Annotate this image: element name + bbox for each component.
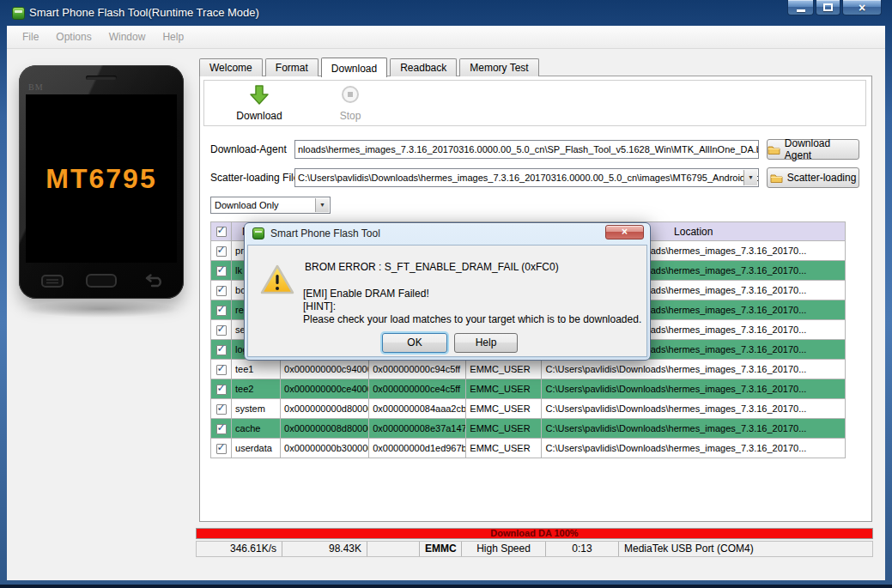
row-checkbox[interactable]: ✓: [216, 286, 227, 296]
window-bottom-edge: [0, 585, 892, 588]
scatter-file-combobox[interactable]: C:\Users\pavlidis\Downloads\hermes_image…: [294, 168, 759, 187]
phone-image: BM MT6795: [19, 65, 184, 299]
error-hint-label: [HINT]:: [303, 300, 336, 312]
chipset-label: MT6795: [46, 163, 156, 195]
status-bar: 346.61K/s 98.43K EMMC High Speed 0:13 Me…: [196, 541, 873, 557]
phone-menu-icon: [41, 275, 64, 288]
error-code-text: BROM ERROR : S_FT_ENABLE_DRAM_FAIL (0xFC…: [305, 261, 559, 273]
row-checkbox[interactable]: ✓: [216, 365, 227, 375]
window-controls: ×: [787, 0, 882, 15]
status-blank: [367, 542, 420, 556]
row-checkbox[interactable]: ✓: [216, 424, 227, 434]
app-icon: [252, 227, 264, 239]
window-title: Smart Phone Flash Tool(Runtime Trace Mod…: [29, 6, 259, 19]
row-checkbox[interactable]: ✓: [216, 325, 227, 336]
scatter-file-label: Scatter-loading File: [210, 168, 299, 187]
row-checkbox[interactable]: ✓: [216, 345, 227, 355]
mode-dropdown-icon[interactable]: ▼: [315, 198, 329, 212]
minimize-button[interactable]: [787, 0, 814, 15]
folder-icon: [768, 144, 780, 155]
table-row[interactable]: ✓ tee10x000000000c9400000x000000000c94c5…: [211, 360, 846, 379]
status-elapsed-time: 0:13: [546, 542, 619, 556]
scatter-loading-button[interactable]: Scatter-loading: [767, 167, 859, 188]
phone-screen: MT6795: [26, 94, 177, 263]
row-checkbox[interactable]: ✓: [216, 385, 227, 395]
phone-nav-buttons: [19, 271, 184, 290]
stop-icon: [316, 85, 385, 106]
download-mode-combobox[interactable]: Download Only ▼: [210, 197, 331, 214]
error-dialog-close-button[interactable]: ×: [605, 225, 644, 239]
tab-bar: Welcome Format Download Readback Memory …: [199, 58, 542, 76]
phone-home-icon: [86, 274, 117, 288]
error-dialog-titlebar[interactable]: Smart Phone Flash Tool ×: [245, 223, 650, 245]
row-checkbox[interactable]: ✓: [216, 246, 227, 257]
row-checkbox[interactable]: ✓: [216, 404, 227, 415]
status-bytes: 98.43K: [282, 542, 367, 556]
menu-window[interactable]: Window: [100, 27, 155, 46]
download-agent-field[interactable]: nloads\hermes_images_7.3.16_20170316.000…: [294, 140, 759, 159]
stop-action-label: Stop: [340, 110, 361, 122]
select-all-checkbox[interactable]: ✓: [216, 227, 227, 237]
status-port: MediaTek USB Port (COM4): [619, 542, 872, 556]
client-area: File Options Window Help BM MT6795 Welco…: [7, 26, 885, 580]
download-arrow-icon: [225, 85, 294, 106]
minimize-icon: [797, 9, 805, 12]
app-icon: [12, 7, 25, 20]
close-button[interactable]: ×: [842, 0, 882, 15]
row-checkbox[interactable]: ✓: [216, 266, 227, 276]
table-row[interactable]: ✓ tee20x000000000ce400000x000000000ce4c5…: [211, 379, 846, 399]
status-storage-type: EMMC: [420, 542, 462, 556]
title-bar[interactable]: Smart Phone Flash Tool(Runtime Trace Mod…: [0, 0, 892, 26]
close-icon: ×: [859, 1, 865, 15]
tab-format[interactable]: Format: [265, 58, 319, 76]
download-action-label: Download: [236, 110, 282, 122]
folder-icon: [770, 173, 783, 183]
status-speed: 346.61K/s: [197, 542, 282, 556]
error-dialog-body: BROM ERROR : S_FT_ENABLE_DRAM_FAIL (0xFC…: [247, 245, 647, 357]
maximize-button[interactable]: [816, 0, 840, 15]
stop-action-button[interactable]: Stop: [316, 85, 385, 123]
tab-memory-test[interactable]: Memory Test: [459, 58, 538, 76]
download-agent-label: Download-Agent: [210, 140, 287, 159]
app-window: Smart Phone Flash Tool(Runtime Trace Mod…: [0, 0, 892, 588]
warning-icon: [260, 264, 294, 299]
phone-shadow: [22, 300, 180, 318]
table-row[interactable]: ✓ userdata0x00000000b30000000x00000000d1…: [211, 439, 846, 458]
tab-download[interactable]: Download: [321, 58, 387, 77]
phone-speaker: [86, 76, 117, 80]
error-detail-line: [EMI] Enable DRAM Failed!: [303, 288, 429, 300]
error-dialog: Smart Phone Flash Tool × BROM ERROR : S_…: [244, 222, 651, 361]
progress-bar: Download DA 100%: [196, 528, 873, 539]
error-dialog-title: Smart Phone Flash Tool: [270, 227, 380, 239]
close-icon: ×: [622, 226, 628, 238]
menu-bar: File Options Window Help: [7, 26, 885, 49]
action-toolbar: Download Stop: [203, 80, 866, 126]
tab-readback[interactable]: Readback: [390, 58, 457, 76]
row-checkbox[interactable]: ✓: [216, 306, 227, 316]
menu-file[interactable]: File: [14, 27, 47, 46]
table-row[interactable]: ✓ system0x000000000d8000000x0000000084aa…: [211, 399, 846, 419]
error-hint-text: Please check your load matches to your t…: [303, 313, 641, 325]
maximize-icon: [823, 3, 833, 11]
tab-welcome[interactable]: Welcome: [199, 58, 263, 76]
ok-button[interactable]: OK: [382, 333, 447, 353]
download-agent-button[interactable]: Download Agent: [767, 139, 859, 160]
menu-help[interactable]: Help: [154, 27, 192, 46]
help-button[interactable]: Help: [454, 333, 518, 353]
row-checkbox[interactable]: ✓: [216, 444, 227, 454]
menu-options[interactable]: Options: [47, 27, 100, 46]
phone-brand-label: BM: [28, 82, 44, 92]
scatter-dropdown-icon[interactable]: ▼: [743, 170, 757, 185]
status-link-speed: High Speed: [462, 542, 546, 556]
phone-back-icon: [139, 274, 161, 288]
table-row[interactable]: ✓ cache0x000000008d8000000x000000008e37a…: [211, 419, 846, 439]
download-action-button[interactable]: Download: [225, 85, 294, 123]
